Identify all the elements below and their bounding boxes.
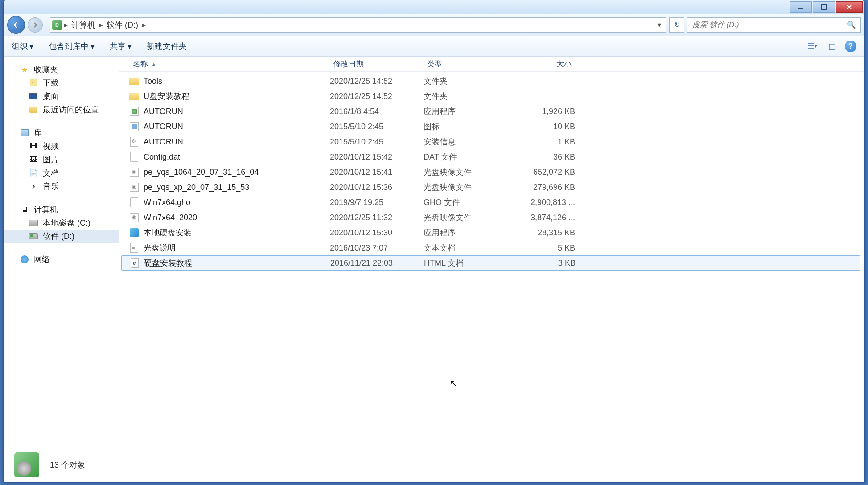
file-row[interactable]: Win7x64.gho2019/9/7 19:25GHO 文件2,900,813… (119, 195, 864, 210)
file-name: 本地硬盘安装 (144, 227, 192, 238)
chevron-right-icon[interactable]: ▶ (142, 22, 146, 28)
breadcrumb-computer[interactable]: 计算机 (70, 20, 97, 30)
computer-icon: 🖥 (20, 205, 29, 214)
file-name: Config.dat (144, 152, 180, 162)
desktop-icon (29, 91, 38, 101)
sidebar-item-recent[interactable]: 最近访问的位置 (4, 103, 119, 116)
file-row[interactable]: AUTORUN2015/5/10 2:45安装信息1 KB (119, 134, 864, 149)
network-icon (20, 255, 29, 264)
file-name: AUTORUN (144, 122, 183, 132)
library-icon (20, 128, 29, 138)
chevron-right-icon[interactable]: ▶ (64, 22, 68, 28)
file-type: HTML 文档 (424, 258, 518, 268)
file-name: Tools (144, 77, 162, 86)
sidebar-item-pictures[interactable]: 🖼图片 (4, 153, 119, 166)
sidebar-item-videos[interactable]: 🎞视频 (4, 140, 119, 153)
refresh-button[interactable]: ↻ (669, 17, 684, 33)
file-row[interactable]: 硬盘安装教程2016/11/21 22:03HTML 文档3 KB (121, 255, 860, 271)
folder-icon (129, 76, 139, 86)
chevron-down-icon: ▾ (91, 41, 95, 51)
titlebar[interactable] (4, 0, 864, 14)
exe-icon (129, 107, 139, 116)
body-area: ★收藏夹 下载 桌面 最近访问的位置 库 🎞视频 🖼图片 📄文档 ♪音乐 🖥计算… (4, 57, 864, 447)
column-date[interactable]: 修改日期 (330, 59, 424, 69)
file-date: 2020/12/25 11:32 (330, 213, 424, 222)
file-list[interactable]: Tools2020/12/25 14:52文件夹U盘安装教程2020/12/25… (119, 72, 864, 447)
address-bar[interactable]: D ▶ 计算机 ▶ 软件 (D:) ▶ ▾ (50, 17, 666, 33)
sidebar-item-soft-d[interactable]: 软件 (D:) (4, 230, 119, 243)
file-date: 2015/5/10 2:45 (330, 137, 424, 147)
file-date: 2020/12/25 14:52 (330, 77, 424, 86)
search-box[interactable]: 🔍 (687, 17, 861, 33)
file-name: Win7x64.gho (144, 198, 190, 207)
chevron-right-icon[interactable]: ▶ (99, 22, 103, 28)
file-type: GHO 文件 (424, 197, 517, 208)
sidebar-computer[interactable]: 🖥计算机 (4, 203, 119, 216)
new-folder-button[interactable]: 新建文件夹 (147, 41, 187, 52)
file-size: 36 KB (517, 152, 575, 162)
chevron-down-icon: ▾ (29, 41, 33, 51)
file-area: 名称▲ 修改日期 类型 大小 Tools2020/12/25 14:52文件夹U… (119, 57, 864, 447)
file-row[interactable]: 本地硬盘安装2020/10/12 15:30应用程序28,315 KB (119, 225, 864, 240)
file-size: 652,072 KB (517, 168, 575, 177)
file-date: 2020/10/12 15:30 (330, 228, 424, 238)
file-type: 文本文档 (424, 242, 517, 253)
file-type: 文件夹 (424, 91, 517, 102)
file-row[interactable]: Config.dat2020/10/12 15:42DAT 文件36 KB (119, 149, 864, 164)
column-size[interactable]: 大小 (517, 59, 575, 69)
sidebar-item-documents[interactable]: 📄文档 (4, 166, 119, 180)
view-button[interactable]: ☰ ▾ (806, 40, 819, 53)
file-size: 3 KB (518, 259, 576, 268)
column-type[interactable]: 类型 (424, 59, 517, 69)
search-input[interactable] (692, 21, 847, 29)
disc-icon (129, 167, 139, 177)
breadcrumb-drive[interactable]: 软件 (D:) (105, 20, 140, 30)
file-row[interactable]: U盘安装教程2020/12/25 14:52文件夹 (119, 89, 864, 104)
file-name: pe_yqs_1064_20_07_31_16_04 (144, 168, 259, 177)
file-row[interactable]: AUTORUN2015/5/10 2:45图标10 KB (119, 119, 864, 134)
sidebar-network[interactable]: 网络 (4, 253, 119, 266)
address-dropdown[interactable]: ▾ (654, 21, 664, 29)
folder-icon (129, 91, 139, 101)
sidebar-item-desktop[interactable]: 桌面 (4, 90, 119, 103)
include-library-button[interactable]: 包含到库中 ▾ (49, 41, 95, 52)
organize-button[interactable]: 组织 ▾ (12, 41, 33, 52)
file-row[interactable]: 光盘说明2016/10/23 7:07文本文档5 KB (119, 240, 864, 255)
share-button[interactable]: 共享 ▾ (110, 41, 132, 52)
preview-pane-button[interactable]: ◫ (825, 40, 839, 53)
file-row[interactable]: AUTORUN2016/1/8 4:54应用程序1,926 KB (119, 104, 864, 119)
file-row[interactable]: pe_yqs_xp_20_07_31_15_532020/10/12 15:36… (119, 180, 864, 195)
nav-bar: D ▶ 计算机 ▶ 软件 (D:) ▶ ▾ ↻ 🔍 (4, 14, 864, 36)
file-type: 安装信息 (424, 136, 517, 147)
sidebar-item-local-c[interactable]: 本地磁盘 (C:) (4, 216, 119, 230)
column-name[interactable]: 名称▲ (129, 59, 330, 69)
file-row[interactable]: pe_yqs_1064_20_07_31_16_042020/10/12 15:… (119, 164, 864, 180)
status-bar: 13 个对象 (4, 447, 864, 482)
search-icon[interactable]: 🔍 (847, 21, 856, 29)
file-date: 2016/10/23 7:07 (330, 243, 424, 253)
sidebar-item-downloads[interactable]: 下载 (4, 76, 119, 90)
close-button[interactable] (836, 1, 863, 13)
minimize-button[interactable] (790, 1, 812, 13)
file-type: 应用程序 (424, 227, 517, 238)
file-type: DAT 文件 (424, 152, 517, 162)
download-icon (29, 78, 38, 88)
svg-rect-0 (798, 8, 803, 9)
maximize-button[interactable] (813, 1, 835, 13)
icon-icon (129, 122, 139, 132)
file-size: 1 KB (517, 137, 575, 147)
back-button[interactable] (7, 16, 25, 34)
star-icon: ★ (20, 65, 29, 74)
svg-rect-1 (822, 5, 826, 9)
file-type: 文件夹 (424, 76, 517, 86)
forward-button[interactable] (28, 17, 43, 33)
file-date: 2015/5/10 2:45 (330, 122, 424, 132)
txt-icon (129, 243, 139, 253)
sidebar-item-music[interactable]: ♪音乐 (4, 180, 119, 193)
sidebar-favorites[interactable]: ★收藏夹 (4, 63, 119, 76)
file-row[interactable]: Win7x64_20202020/12/25 11:32光盘映像文件3,874,… (119, 210, 864, 225)
help-button[interactable]: ? (845, 41, 856, 52)
sidebar-libraries[interactable]: 库 (4, 126, 119, 140)
music-icon: ♪ (29, 181, 38, 191)
file-row[interactable]: Tools2020/12/25 14:52文件夹 (119, 74, 864, 89)
